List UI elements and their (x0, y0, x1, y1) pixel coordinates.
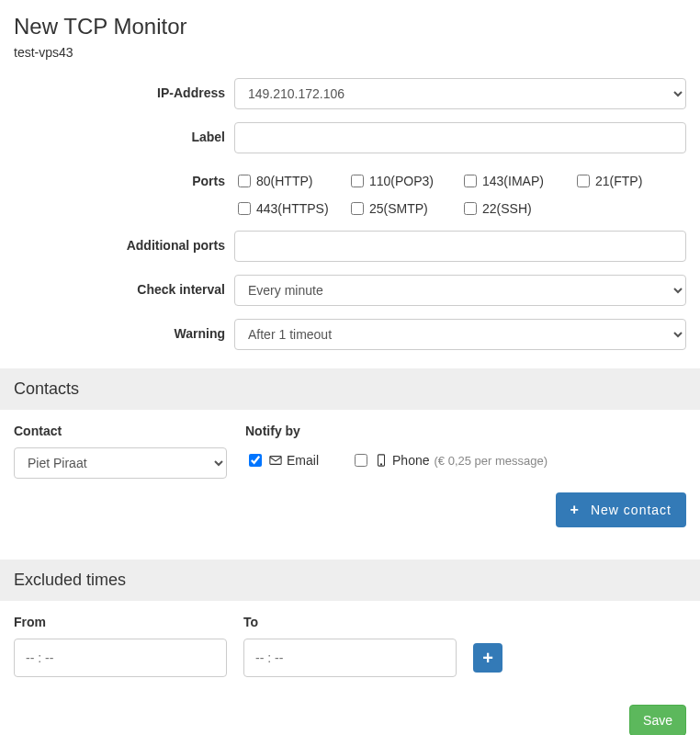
port-checkbox-25[interactable]: 25(SMTP) (347, 199, 460, 218)
contact-select[interactable]: Piet Piraat (14, 447, 227, 479)
warning-select[interactable]: After 1 timeout (234, 319, 686, 350)
additional-ports-input[interactable] (234, 231, 686, 262)
contact-label: Contact (14, 424, 227, 438)
check-interval-select[interactable]: Every minute (234, 275, 686, 306)
plus-icon: + (570, 502, 580, 518)
port-checkbox-80[interactable]: 80(HTTP) (234, 172, 347, 190)
from-time-input[interactable] (14, 639, 227, 677)
check-interval-label: Check interval (14, 275, 234, 297)
svg-point-2 (380, 464, 381, 465)
contacts-section-header: Contacts (0, 368, 700, 410)
phone-icon (375, 454, 388, 467)
to-time-input[interactable] (243, 639, 457, 677)
page-title: New TCP Monitor (14, 14, 700, 40)
to-label: To (243, 615, 457, 629)
notify-email-checkbox[interactable]: Email (245, 451, 319, 469)
label-input[interactable] (234, 122, 686, 153)
notify-by-label: Notify by (245, 424, 686, 438)
port-checkbox-110[interactable]: 110(POP3) (347, 172, 460, 190)
label-label: Label (14, 122, 234, 144)
port-checkbox-143[interactable]: 143(IMAP) (460, 172, 573, 190)
excluded-times-section-header: Excluded times (0, 560, 700, 601)
additional-ports-label: Additional ports (14, 231, 234, 253)
from-label: From (14, 615, 227, 629)
notify-phone-checkbox[interactable]: Phone (€ 0,25 per message) (351, 451, 548, 469)
svg-rect-0 (270, 457, 281, 465)
plus-icon: + (482, 648, 493, 669)
ip-address-select[interactable]: 149.210.172.106 (234, 78, 686, 109)
port-checkbox-22[interactable]: 22(SSH) (460, 199, 573, 218)
save-button[interactable]: Save (629, 705, 686, 735)
page-subtitle: test-vps43 (14, 45, 700, 60)
phone-price-note: (€ 0,25 per message) (435, 454, 548, 468)
port-checkbox-443[interactable]: 443(HTTPS) (234, 199, 347, 218)
new-contact-button[interactable]: + New contact (556, 492, 686, 527)
add-time-button[interactable]: + (473, 643, 502, 673)
port-checkbox-21[interactable]: 21(FTP) (573, 172, 686, 190)
ports-label: Ports (14, 166, 234, 188)
email-icon (269, 454, 282, 467)
warning-label: Warning (14, 319, 234, 341)
ip-address-label: IP-Address (14, 78, 234, 100)
